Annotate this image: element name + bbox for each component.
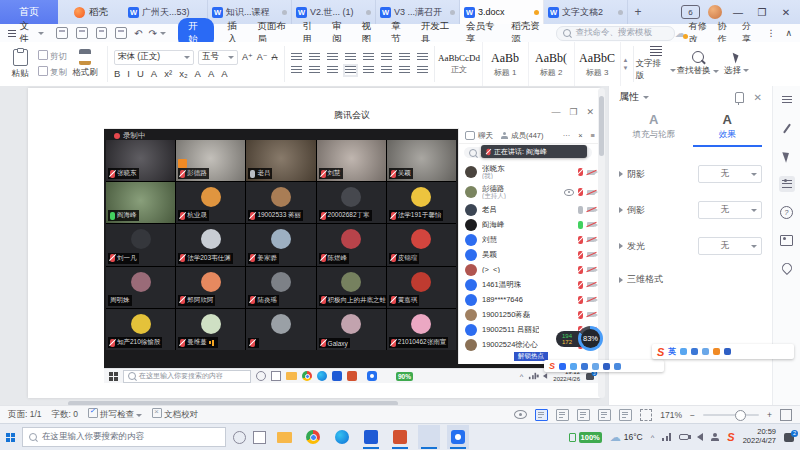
camera-off-icon[interactable] — [587, 207, 595, 212]
camera-off-icon[interactable] — [587, 237, 595, 242]
zoom-level[interactable]: 171% — [660, 410, 682, 420]
keyboard-icon[interactable] — [581, 363, 588, 370]
mic-icon[interactable] — [578, 236, 583, 244]
font-size-select[interactable]: 五号 — [198, 50, 238, 65]
video-tile[interactable]: 杭业晟 — [176, 182, 245, 223]
fullscreen-icon[interactable] — [780, 409, 792, 421]
bullet-list-button[interactable] — [291, 53, 302, 62]
member-row[interactable]: 189****7646 — [459, 292, 601, 307]
zoom-slider-knob[interactable] — [735, 410, 746, 421]
decrease-indent-button[interactable] — [327, 53, 338, 62]
align-right-button[interactable] — [327, 66, 338, 75]
camera-off-icon[interactable] — [587, 312, 595, 317]
voice-input-icon[interactable] — [570, 363, 577, 370]
toolbox-icon[interactable] — [713, 348, 720, 355]
video-tile[interactable]: Galaxy — [317, 309, 386, 350]
clear-format-button[interactable]: A — [272, 52, 278, 62]
lang-toggle-icon[interactable] — [559, 363, 566, 370]
mic-icon[interactable] — [578, 266, 583, 274]
member-row[interactable]: 吴颖 — [459, 247, 601, 262]
find-replace-button[interactable]: 查找替换 — [676, 42, 720, 86]
increase-indent-button[interactable] — [345, 53, 356, 62]
print-button[interactable] — [96, 27, 108, 39]
camera-off-icon[interactable] — [587, 282, 595, 287]
video-tile[interactable]: 知产210徐愉殷 — [106, 309, 175, 350]
user-avatar[interactable] — [708, 5, 722, 19]
meeting-close[interactable]: ✕ — [586, 107, 594, 117]
panel-more-button[interactable]: ··· — [563, 131, 571, 140]
grow-font-button[interactable]: A⁺ — [242, 52, 253, 62]
style-gallery-scroll[interactable]: ▲▼ — [621, 42, 631, 86]
taskbar-app-icon[interactable] — [302, 425, 324, 449]
paste-button[interactable]: 粘贴 — [4, 45, 36, 83]
cortana-icon[interactable] — [233, 431, 246, 444]
camera-off-icon[interactable] — [587, 267, 595, 272]
skin-icon[interactable] — [724, 348, 731, 355]
font-format-button[interactable]: A — [151, 68, 157, 79]
mic-icon[interactable] — [578, 221, 583, 229]
vertical-scrollbar[interactable] — [598, 88, 605, 398]
member-row[interactable]: 阎海峰 — [459, 217, 601, 232]
numbered-list-button[interactable] — [309, 53, 320, 62]
phonetic-guide-button[interactable] — [363, 53, 374, 62]
video-tile[interactable]: 陆炎瑶 — [246, 267, 315, 308]
style-chip[interactable]: AaBbCcDd 正文 — [437, 42, 483, 86]
start-button[interactable] — [109, 372, 118, 381]
taskbar-app-icon[interactable] — [367, 371, 377, 381]
member-row[interactable]: 老吕 — [459, 202, 601, 217]
member-row[interactable]: 1461温明珠 — [459, 277, 601, 292]
expand-triangle-icon[interactable] — [619, 171, 623, 177]
mic-icon[interactable] — [578, 281, 583, 289]
chevron-down-icon[interactable] — [643, 96, 649, 99]
select-button[interactable]: 选择 — [720, 42, 754, 86]
camera-off-icon[interactable] — [587, 252, 595, 257]
member-row[interactable]: 刘慧 — [459, 232, 601, 247]
taskbar-app-icon[interactable] — [331, 425, 353, 449]
video-tile[interactable]: 吴颖 — [387, 140, 456, 181]
camera-off-icon[interactable] — [587, 170, 595, 175]
taskbar-search-input[interactable]: 在这里输入你要搜索的内容 — [123, 370, 251, 383]
cut-button[interactable]: 剪切 — [38, 50, 67, 63]
panel-close-button[interactable]: ✕ — [754, 92, 762, 103]
effect-dropdown[interactable]: 无 — [698, 201, 762, 219]
taskbar-app-icon[interactable] — [418, 425, 440, 449]
eye-protection-icon[interactable] — [514, 410, 527, 419]
video-tile[interactable]: 郑阿欣阿 — [176, 267, 245, 308]
font-format-button[interactable]: x² — [164, 68, 172, 79]
text-direction-button[interactable] — [399, 53, 410, 62]
new-tab-button[interactable]: + — [628, 0, 648, 24]
close-button[interactable]: ✕ — [778, 7, 794, 18]
distribute-button[interactable] — [363, 66, 374, 75]
zoom-in-button[interactable]: + — [767, 410, 772, 420]
taskbar-app-icon[interactable] — [317, 371, 327, 381]
command-search[interactable]: 查找命令、搜索模板 — [556, 26, 674, 41]
meeting-restore[interactable]: ❐ — [569, 107, 577, 117]
video-tile[interactable]: 20002682丁寒 — [317, 182, 386, 223]
web-view-icon[interactable] — [577, 409, 590, 421]
taskbar-app-icon[interactable] — [347, 371, 357, 381]
taskbar-search-input[interactable]: 在这里输入你要搜索的内容 — [22, 427, 226, 447]
tab-chat[interactable]: 聊天 — [465, 131, 493, 141]
member-row[interactable]: 19001250蒋磊 — [459, 307, 601, 322]
mic-icon[interactable] — [578, 311, 583, 319]
tab-effects[interactable]: A 效果 — [693, 112, 763, 147]
skin-icon[interactable] — [603, 363, 610, 370]
format-painter-button[interactable]: 格式刷 — [69, 45, 101, 83]
properties-settings-icon[interactable] — [779, 176, 795, 192]
shading-button[interactable] — [399, 66, 410, 75]
sogou-toolbar[interactable]: S 英 — [652, 344, 794, 359]
docer-tab[interactable]: 稻壳 — [58, 0, 124, 24]
start-button[interactable] — [6, 433, 15, 442]
font-format-button[interactable]: B — [114, 68, 120, 79]
fit-page-icon[interactable] — [640, 409, 652, 421]
mic-icon[interactable] — [578, 296, 583, 304]
effect-dropdown[interactable]: 无 — [698, 165, 762, 183]
mic-icon[interactable] — [578, 206, 583, 214]
member-row[interactable]: 张晓东 (我) — [459, 162, 601, 182]
video-tile[interactable]: 老吕 — [246, 140, 315, 181]
more-menu[interactable]: ⋮ — [766, 28, 775, 38]
minimize-button[interactable]: — — [730, 7, 746, 18]
shrink-font-button[interactable]: A⁻ — [257, 52, 268, 62]
help-icon[interactable]: ? — [779, 204, 795, 220]
print-preview-button[interactable] — [115, 27, 127, 39]
